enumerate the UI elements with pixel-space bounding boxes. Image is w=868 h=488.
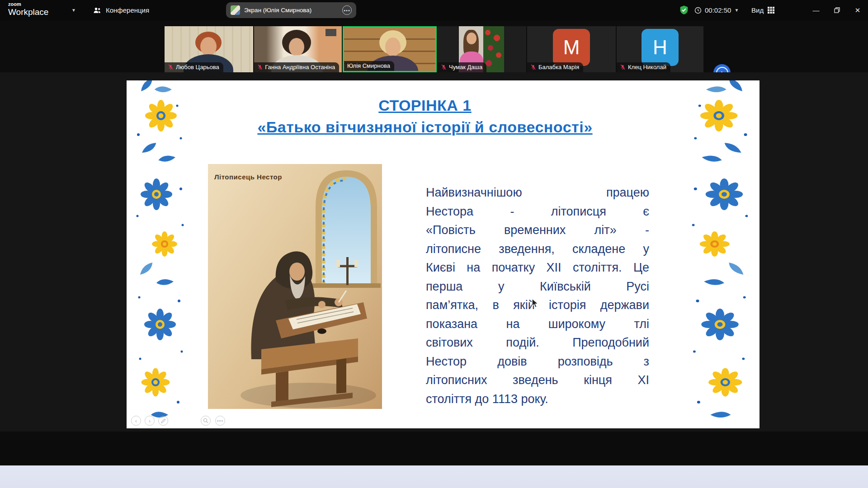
mic-off-icon (257, 64, 263, 70)
view-label: Вид (751, 6, 764, 14)
slide-title: СТОРІНКА 1 (199, 97, 651, 114)
restore-button[interactable] (826, 0, 847, 20)
participants-video-strip: Любов Царьова Ганна Андріївна Останіна Ю… (0, 20, 868, 72)
participant-name-tag: Чумак Даша (438, 62, 486, 72)
participant-name: Балабка Марія (538, 64, 579, 70)
nestor-painting: Літописець Нестор (208, 164, 382, 409)
participant-name-tag: Клец Николай (617, 62, 670, 72)
participant-name: Юлія Смирнова (347, 62, 390, 69)
titlebar: zoom Workplace ▼ Конференция Экран (Юлія… (0, 0, 868, 20)
zoom-workplace-logo: zoom Workplace (8, 2, 48, 16)
slideshow-magnifier-icon[interactable] (201, 416, 211, 426)
meeting-toolbar: Звук ▲ Видео ▲ Участники 49 ▲ Чат ▲ Отре… (0, 432, 868, 465)
tab-shared-screen-label: Экран (Юлія Смирнова) (244, 7, 311, 14)
wall-frame (326, 29, 336, 36)
tab-shared-screen[interactable]: Экран (Юлія Смирнова) ••• (226, 2, 356, 18)
close-button[interactable]: ✕ (847, 0, 868, 20)
slideshow-prev-button[interactable]: ‹ (131, 416, 141, 426)
security-shield-icon[interactable] (679, 5, 689, 17)
participant-name-tag: Ганна Андріївна Останіна (254, 62, 339, 72)
video-tile-ganna[interactable]: Ганна Андріївна Останіна (254, 26, 342, 72)
participant-name: Любов Царьова (176, 64, 219, 70)
shared-screen-thumbnail-icon (231, 5, 240, 15)
mic-off-icon (620, 64, 626, 70)
shared-screen-options-icon[interactable]: ••• (342, 5, 352, 15)
slide-subtitle: «Батько вітчизняної історії й словесност… (199, 118, 651, 136)
avatar-tile-balabka[interactable]: M Балабка Марія (527, 26, 616, 72)
folk-ornament-left (128, 80, 192, 428)
timer-chevron-icon[interactable]: ▼ (734, 8, 739, 13)
folk-ornament-right (683, 80, 757, 428)
participant-name-tag: Любов Царьова (165, 62, 223, 72)
slideshow-next-button[interactable]: › (145, 416, 155, 426)
brand-chevron-icon[interactable]: ▼ (71, 8, 76, 13)
timer-value: 00:02:50 (705, 6, 731, 14)
mic-off-icon (168, 64, 174, 70)
slide-body-text: Найвизначнішою працею Нестора - літописц… (426, 183, 649, 408)
participant-name: Чумак Даша (449, 64, 482, 70)
zoom-workplace-window: zoom Workplace ▼ Конференция Экран (Юлія… (0, 0, 868, 488)
view-grid-icon (767, 6, 775, 14)
brand-workplace: Workplace (8, 8, 48, 16)
participant-name: Клец Николай (628, 64, 666, 70)
minimize-button[interactable]: — (806, 0, 826, 20)
avatar-initial: H (642, 29, 679, 66)
video-tile-yuliya-active-speaker[interactable]: Юлія Смирнова (343, 26, 437, 72)
brand-zoom: zoom (8, 2, 48, 7)
slideshow-pen-icon[interactable] (158, 416, 168, 426)
participant-name-tag: Балабка Марія (527, 62, 583, 72)
view-button[interactable]: Вид (751, 0, 775, 20)
slideshow-more-icon[interactable]: ••• (215, 416, 225, 426)
windows-taskbar: 1 11°C Sunny T (0, 465, 868, 488)
people-icon (93, 6, 102, 15)
video-tile-chumak[interactable]: Чумак Даша (438, 26, 526, 72)
video-tile-lubov[interactable]: Любов Царьова (165, 26, 253, 72)
clock-icon (694, 7, 702, 14)
meeting-timer[interactable]: 00:02:50 ▼ (694, 0, 739, 20)
tab-meeting[interactable]: Конференция (93, 0, 149, 20)
mouse-cursor (531, 298, 540, 308)
avatar-tile-klets[interactable]: H Клец Николай (617, 26, 703, 72)
shared-screen-area: СТОРІНКА 1 «Батько вітчизняної історії й… (0, 72, 868, 432)
presentation-slide: СТОРІНКА 1 «Батько вітчизняної історії й… (127, 80, 760, 428)
avatar-initial: M (553, 29, 590, 66)
mic-off-icon (441, 64, 447, 70)
painting-caption: Літописець Нестор (214, 173, 282, 181)
participant-name: Ганна Андріївна Останіна (265, 64, 335, 70)
mic-off-icon (530, 64, 536, 70)
tab-meeting-label: Конференция (106, 6, 149, 14)
participant-name-tag: Юлія Смирнова (344, 61, 394, 71)
